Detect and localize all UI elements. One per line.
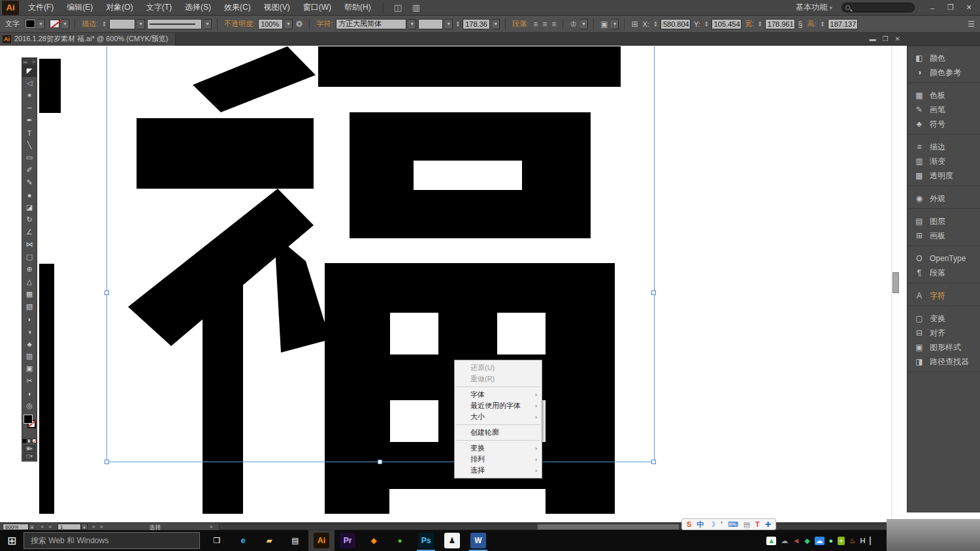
- selection-handle-mid-left[interactable]: [105, 291, 109, 295]
- panel-swatches[interactable]: ▦色板: [907, 88, 980, 102]
- panel-brushes[interactable]: ✎画笔: [907, 102, 980, 117]
- tray-plus-icon[interactable]: +: [838, 537, 844, 545]
- panel-graphic-styles[interactable]: ▣图形样式: [907, 340, 980, 354]
- menu-edit[interactable]: 编辑(E): [60, 0, 99, 15]
- preset-icon[interactable]: ▣: [600, 20, 608, 29]
- ctx-recent-fonts[interactable]: 最近使用的字体›: [455, 400, 542, 411]
- fill-color-swatch[interactable]: [25, 20, 35, 28]
- free-transform-tool[interactable]: ▢: [22, 251, 37, 263]
- line-segment-tool[interactable]: ╲: [22, 139, 37, 151]
- opacity-dropdown[interactable]: ▾: [285, 19, 293, 29]
- horizontal-scrollbar[interactable]: [219, 524, 889, 530]
- next-artboard-button[interactable]: ▸: [93, 524, 95, 529]
- sogou-logo-icon[interactable]: S: [687, 521, 691, 528]
- opacity-panel-link[interactable]: 不透明度:: [224, 19, 255, 29]
- stroke-panel-link[interactable]: 描边:: [82, 19, 98, 29]
- menu-view[interactable]: 视图(V): [257, 0, 297, 15]
- hand-tool[interactable]: ◖: [22, 387, 37, 400]
- toolbar-collapse-icon[interactable]: ▸▸: [24, 59, 27, 64]
- align-center-icon[interactable]: ≡: [542, 20, 547, 29]
- column-graph-tool[interactable]: ▥: [22, 350, 37, 362]
- drawing-modes-button[interactable]: ▣▸: [24, 445, 35, 452]
- fill-dropdown-arrow[interactable]: ▾: [37, 19, 45, 29]
- stroke-weight-dropdown[interactable]: ▾: [137, 19, 145, 29]
- scroll-left-arrow[interactable]: ▸: [210, 524, 213, 529]
- selection-handle-bottom-right[interactable]: [651, 460, 656, 464]
- font-family-dropdown[interactable]: ▾: [408, 19, 416, 29]
- zoom-tool[interactable]: ◎: [22, 400, 37, 412]
- menu-file[interactable]: 文件(F): [22, 0, 60, 15]
- start-button[interactable]: ⊞: [0, 530, 24, 551]
- font-style-field[interactable]: [418, 19, 443, 29]
- rectangle-tool[interactable]: ▭: [22, 151, 37, 164]
- envelope-icon[interactable]: ♔: [570, 20, 577, 29]
- qq-icon[interactable]: ♟: [439, 530, 465, 551]
- pencil-tool[interactable]: ✎: [22, 176, 37, 189]
- ctx-font[interactable]: 字体›: [455, 389, 542, 400]
- panel-align[interactable]: ⊟对齐: [907, 326, 980, 340]
- panel-artboards[interactable]: ⊞画板: [907, 228, 980, 243]
- width-stepper[interactable]: ▲▼: [757, 19, 763, 29]
- stroke-weight-stepper[interactable]: ▲▼: [101, 19, 107, 29]
- panel-appearance[interactable]: ◉外观: [907, 191, 980, 206]
- panel-menu-icon[interactable]: ☰: [968, 20, 975, 29]
- width-profile-arrow[interactable]: ▾: [204, 19, 212, 29]
- document-tab[interactable]: Ai 2016.1.28贺岁素材 福.ai* @ 600% (CMYK/预览): [0, 33, 176, 46]
- moon-icon[interactable]: ☽: [709, 521, 715, 528]
- first-artboard-button[interactable]: ◂: [41, 524, 43, 529]
- perspective-grid-tool[interactable]: △: [22, 276, 37, 288]
- close-button[interactable]: ✕: [960, 2, 977, 14]
- fill-swatch[interactable]: [24, 415, 33, 424]
- align-left-icon[interactable]: ≡: [533, 20, 538, 29]
- stroke-color-swatch[interactable]: [50, 20, 59, 28]
- panel-stroke[interactable]: ≡描边: [907, 140, 980, 154]
- envelope-dropdown[interactable]: ▾: [580, 19, 588, 29]
- selection-handle-bottom-center[interactable]: [378, 460, 382, 464]
- width-field[interactable]: 178.961: [765, 19, 795, 29]
- reference-point-grid-icon[interactable]: ⊞: [631, 20, 638, 29]
- artboard-number-field[interactable]: 1: [57, 524, 81, 530]
- direct-selection-tool[interactable]: ◁: [22, 77, 37, 89]
- doc-close-icon[interactable]: ✕: [895, 35, 900, 42]
- mesh-tool[interactable]: ▦: [22, 288, 37, 300]
- previous-artboard-button[interactable]: ◂: [48, 524, 51, 529]
- artboard-tool[interactable]: ▣: [22, 362, 37, 375]
- tray-shield-icon[interactable]: ◆: [804, 537, 809, 544]
- magic-wand-tool[interactable]: ✶: [22, 89, 37, 102]
- preset-dropdown[interactable]: ▾: [611, 19, 619, 29]
- width-tool[interactable]: ⋈: [22, 238, 37, 251]
- fill-stroke-swatches[interactable]: [22, 412, 37, 438]
- width-profile-dropdown[interactable]: [147, 19, 202, 29]
- toolbox-icon[interactable]: ✚: [765, 521, 771, 528]
- taskbar-search-input[interactable]: [24, 532, 200, 549]
- orange-app-icon[interactable]: ◆: [361, 530, 387, 551]
- keyboard-icon[interactable]: ⌨: [728, 521, 738, 528]
- tray-cloud-gray-icon[interactable]: ☁: [781, 537, 788, 544]
- doc-restore-icon[interactable]: ❒: [883, 35, 889, 42]
- menu-object[interactable]: 对象(O): [99, 0, 139, 15]
- panel-pathfinder[interactable]: ◨路径查找器: [907, 354, 980, 369]
- y-field[interactable]: 105.454: [711, 19, 742, 29]
- font-size-field[interactable]: 178.36: [463, 19, 490, 29]
- screen-mode-button[interactable]: ▢▾: [24, 453, 35, 460]
- green-app-icon[interactable]: ●: [387, 530, 413, 551]
- panel-transparency[interactable]: ▩透明度: [907, 168, 980, 183]
- vertical-scrollbar[interactable]: [891, 46, 899, 522]
- ctx-transform[interactable]: 变换›: [455, 443, 542, 454]
- toolbar-close-icon[interactable]: ✕: [32, 59, 35, 64]
- selection-handle-mid-right[interactable]: [651, 291, 656, 295]
- panel-opentype[interactable]: OOpenType: [907, 251, 980, 266]
- ctx-size[interactable]: 大小›: [455, 411, 542, 422]
- word-icon[interactable]: W: [465, 530, 491, 551]
- photoshop-icon[interactable]: Ps: [413, 530, 439, 551]
- tray-speaker-icon[interactable]: ◄: [792, 537, 800, 544]
- search-input[interactable]: [841, 3, 915, 12]
- gradient-tool[interactable]: ▧: [22, 300, 37, 313]
- tray-chat-icon[interactable]: ●: [829, 537, 834, 544]
- x-stepper[interactable]: ▲▼: [653, 19, 659, 29]
- height-stepper[interactable]: ▲▼: [820, 19, 826, 29]
- x-field[interactable]: 580.804: [661, 19, 691, 29]
- stroke-weight-field[interactable]: [109, 19, 135, 29]
- task-view-button[interactable]: ❒: [204, 530, 230, 551]
- vertical-scrollbar-thumb[interactable]: [892, 272, 899, 293]
